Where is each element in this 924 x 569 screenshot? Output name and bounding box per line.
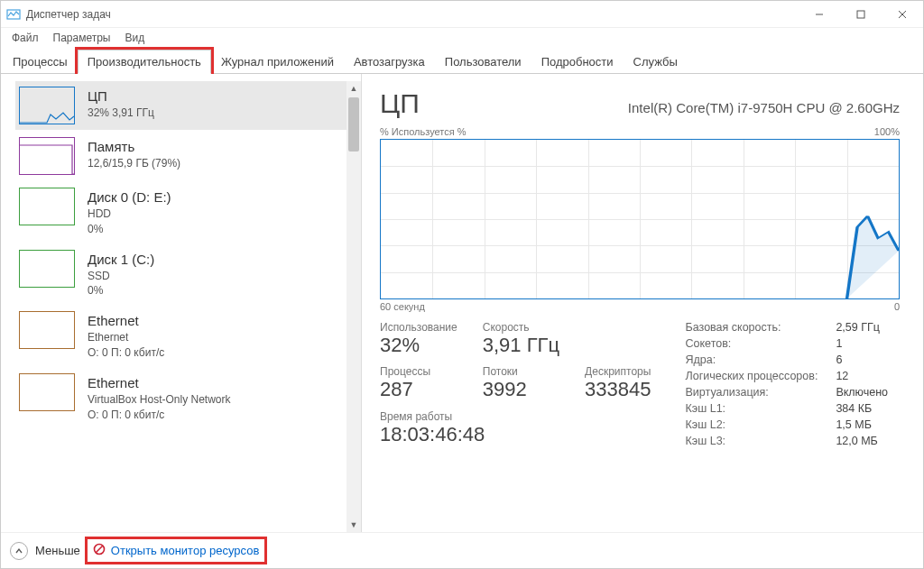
- disk0-mini-chart: [19, 188, 75, 225]
- memory-mini-chart: [19, 137, 75, 175]
- tab-users[interactable]: Пользователи: [435, 50, 531, 74]
- sidebar-item-sub: 12,6/15,9 ГБ (79%): [88, 156, 180, 171]
- cpu-mini-chart: [19, 87, 75, 124]
- tab-app-history[interactable]: Журнал приложений: [211, 50, 344, 74]
- cpu-name: Intel(R) Core(TM) i7-9750H CPU @ 2.60GHz: [628, 100, 900, 115]
- graph-ymax: 100%: [874, 126, 900, 137]
- menu-params[interactable]: Параметры: [46, 30, 118, 46]
- svg-rect-2: [857, 11, 864, 18]
- window-title: Диспетчер задач: [26, 8, 799, 21]
- sidebar-item-sub2: О: 0 П: 0 кбит/с: [88, 345, 164, 361]
- menubar: Файл Параметры Вид: [1, 28, 923, 48]
- maximize-button[interactable]: [840, 1, 882, 28]
- scroll-up-icon[interactable]: ▲: [346, 81, 361, 96]
- resmon-icon: [93, 543, 106, 558]
- chevron-up-icon: [14, 546, 23, 555]
- open-resmon-label: Открыть монитор ресурсов: [111, 544, 259, 557]
- sidebar-item-sub: SSD: [88, 269, 154, 284]
- titlebar: Диспетчер задач: [1, 1, 923, 28]
- disk1-mini-chart: [19, 250, 75, 288]
- scroll-thumb[interactable]: [348, 97, 359, 151]
- sidebar-item-ethernet0[interactable]: Ethernet Ethernet О: 0 П: 0 кбит/с: [15, 306, 359, 366]
- sidebar-item-sub: VirtualBox Host-Only Network: [88, 392, 231, 408]
- stat-threads: Потоки 3992: [483, 365, 559, 402]
- sidebar-item-title: Ethernet: [88, 311, 164, 330]
- graph-x-left: 60 секунд: [380, 301, 425, 312]
- scroll-down-icon[interactable]: ▼: [346, 518, 361, 532]
- tab-performance[interactable]: Производительность: [78, 50, 211, 74]
- stat-speed: Скорость 3,91 ГГц: [483, 321, 559, 358]
- tab-details[interactable]: Подробности: [531, 50, 624, 74]
- ethernet1-mini-chart: [19, 373, 75, 411]
- detail-panel: ЦП Intel(R) Core(TM) i7-9750H CPU @ 2.60…: [362, 74, 923, 532]
- stats-right: Базовая скорость:2,59 ГГц Сокетов:1 Ядра…: [686, 321, 889, 447]
- sidebar-scroll: ЦП 32% 3,91 ГГц Память 12,6/15,9 ГБ (79%…: [1, 74, 361, 532]
- taskmgr-icon: [6, 7, 21, 22]
- tab-services[interactable]: Службы: [624, 50, 688, 74]
- sidebar-item-cpu[interactable]: ЦП 32% 3,91 ГГц: [15, 81, 359, 130]
- svg-line-6: [96, 546, 102, 553]
- menu-view[interactable]: Вид: [117, 30, 152, 46]
- graph-x-right: 0: [894, 301, 900, 312]
- detail-heading: ЦП: [380, 88, 420, 119]
- sidebar-item-sub2: О: 0 П: 0 кбит/с: [88, 408, 231, 423]
- stat-processes: Процессы 287: [380, 365, 457, 402]
- statusbar: Меньше Открыть монитор ресурсов: [1, 532, 923, 568]
- sidebar-item-sub: Ethernet: [88, 330, 164, 345]
- sidebar-item-disk0[interactable]: Диск 0 (D: E:) HDD 0%: [15, 182, 359, 243]
- sidebar-item-memory[interactable]: Память 12,6/15,9 ГБ (79%): [15, 132, 359, 180]
- graph-ylabel: % Используется %: [380, 126, 466, 137]
- sidebar-item-disk1[interactable]: Диск 1 (C:) SSD 0%: [15, 244, 359, 305]
- stat-usage: Использование 32%: [380, 321, 457, 358]
- sidebar-item-sub2: 0%: [88, 222, 171, 237]
- tab-processes[interactable]: Процессы: [3, 50, 78, 74]
- tab-strip: Процессы Производительность Журнал прило…: [1, 50, 923, 74]
- stats-left: Использование 32% Скорость 3,91 ГГц Проц…: [380, 321, 651, 447]
- sidebar-item-title: Диск 0 (D: E:): [88, 188, 171, 206]
- collapse-button[interactable]: [10, 542, 28, 560]
- sidebar-item-title: Память: [88, 137, 180, 156]
- ethernet0-mini-chart: [19, 311, 75, 349]
- task-manager-window: Диспетчер задач Файл Параметры Вид Проце…: [0, 0, 924, 569]
- cpu-usage-graph: [380, 139, 900, 299]
- sidebar-item-ethernet1[interactable]: Ethernet VirtualBox Host-Only Network О:…: [15, 368, 359, 428]
- tab-startup[interactable]: Автозагрузка: [344, 50, 435, 74]
- less-label[interactable]: Меньше: [35, 544, 80, 557]
- sidebar-item-title: ЦП: [88, 87, 154, 106]
- open-resmon-link[interactable]: Открыть монитор ресурсов: [88, 539, 264, 562]
- sidebar-item-sub: HDD: [88, 206, 171, 222]
- close-button[interactable]: [882, 1, 923, 28]
- sidebar-scrollbar[interactable]: ▲ ▼: [346, 81, 361, 532]
- sidebar-item-sub2: 0%: [88, 283, 154, 298]
- minimize-button[interactable]: [799, 1, 840, 28]
- perf-sidebar: ЦП 32% 3,91 ГГц Память 12,6/15,9 ГБ (79%…: [1, 74, 362, 532]
- stats-area: Использование 32% Скорость 3,91 ГГц Проц…: [380, 321, 900, 447]
- menu-file[interactable]: Файл: [5, 30, 46, 46]
- sidebar-item-sub: 32% 3,91 ГГц: [88, 106, 154, 121]
- sidebar-item-title: Диск 1 (C:): [88, 250, 154, 269]
- stat-uptime: Время работы 18:03:46:48: [380, 410, 651, 447]
- stat-handles: Дескрипторы 333845: [585, 365, 651, 402]
- sidebar-item-title: Ethernet: [88, 373, 231, 392]
